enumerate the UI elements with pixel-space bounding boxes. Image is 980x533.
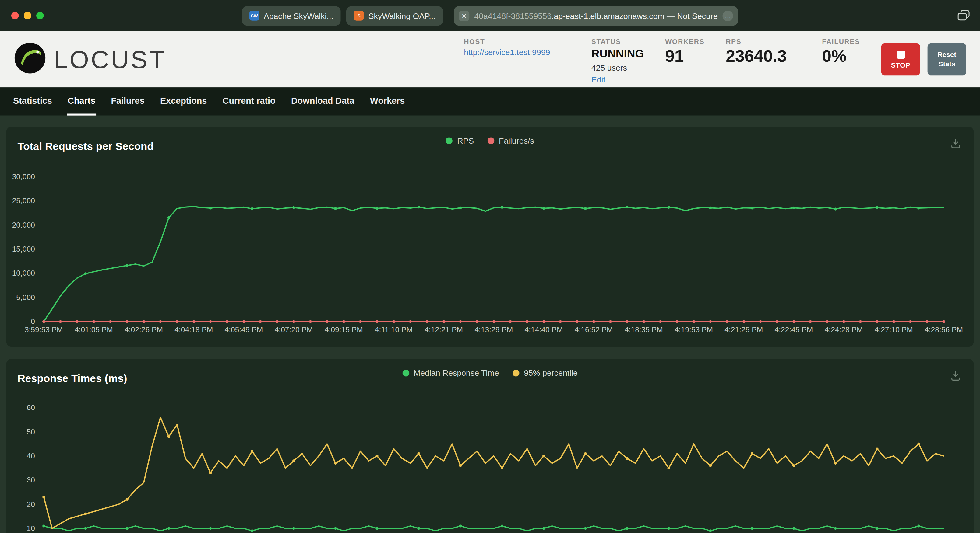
header-stats: HOST http://service1.test:9999 STATUS RU… — [464, 35, 860, 84]
close-window-button[interactable] — [11, 12, 19, 19]
svg-text:10: 10 — [27, 524, 35, 532]
svg-text:3:59:53 PM: 3:59:53 PM — [25, 325, 63, 334]
svg-text:4:28:56 PM: 4:28:56 PM — [924, 325, 963, 334]
locust-logo-icon — [14, 42, 46, 77]
tab-label: Apache SkyWalki... — [264, 11, 334, 21]
legend-rps[interactable]: RPS — [446, 136, 474, 146]
oap-favicon-icon: S — [354, 11, 364, 21]
svg-text:4:05:49 PM: 4:05:49 PM — [224, 325, 263, 334]
svg-text:15,000: 15,000 — [12, 245, 35, 253]
url-tail: .ap-east-1.elb.amazonaws.com — Not Secur… — [552, 11, 718, 21]
stop-button-label: STOP — [891, 61, 910, 68]
main-nav: Statistics Charts Failures Exceptions Cu… — [0, 87, 980, 115]
legend-label: Median Response Time — [414, 368, 499, 378]
nav-current-ratio[interactable]: Current ratio — [222, 87, 276, 115]
svg-text:0: 0 — [31, 317, 35, 325]
download-chart-icon[interactable] — [950, 138, 961, 152]
status-users: 425 users — [592, 63, 644, 72]
workers-label: WORKERS — [665, 37, 705, 45]
window-controls — [11, 12, 44, 19]
browser-window: SW Apache SkyWalki... S SkyWalking OAP..… — [0, 0, 980, 533]
svg-text:4:27:10 PM: 4:27:10 PM — [875, 325, 913, 334]
nav-charts[interactable]: Charts — [67, 87, 96, 115]
response-times-chart-panel: Response Times (ms) Median Response Time… — [6, 359, 974, 533]
legend-label: 95% percentile — [524, 368, 578, 378]
browser-tab-skywalking-oap[interactable]: S SkyWalking OAP... — [347, 6, 443, 25]
legend-failures[interactable]: Failures/s — [488, 136, 534, 146]
skywalking-favicon-icon: SW — [250, 11, 259, 21]
svg-text:4:09:15 PM: 4:09:15 PM — [325, 325, 363, 334]
svg-text:4:24:28 PM: 4:24:28 PM — [825, 325, 863, 334]
svg-text:4:21:25 PM: 4:21:25 PM — [724, 325, 763, 334]
svg-text:4:02:26 PM: 4:02:26 PM — [124, 325, 163, 334]
close-tab-icon[interactable]: ✕ — [459, 10, 469, 21]
legend-dot-icon — [488, 138, 495, 144]
nav-workers[interactable]: Workers — [369, 87, 406, 115]
svg-text:4:18:35 PM: 4:18:35 PM — [625, 325, 663, 334]
svg-text:5,000: 5,000 — [16, 293, 35, 301]
svg-text:4:11:10 PM: 4:11:10 PM — [375, 325, 413, 334]
download-chart-icon[interactable] — [950, 370, 961, 384]
minimize-window-button[interactable] — [24, 12, 31, 19]
stat-status: STATUS RUNNING 425 users Edit — [592, 37, 644, 84]
svg-text:4:16:52 PM: 4:16:52 PM — [575, 325, 613, 334]
svg-text:50: 50 — [27, 428, 35, 436]
svg-text:30: 30 — [27, 476, 35, 484]
browser-chrome: SW Apache SkyWalki... S SkyWalking OAP..… — [0, 0, 980, 31]
workers-value: 91 — [665, 47, 705, 65]
svg-text:4:13:29 PM: 4:13:29 PM — [474, 325, 513, 334]
browser-tab-skywalking[interactable]: SW Apache SkyWalki... — [242, 6, 341, 25]
app-header: LOCUST HOST http://service1.test:9999 ST… — [0, 31, 980, 87]
chart-legend: RPS Failures/s — [6, 136, 974, 146]
response-times-chart[interactable]: 1020304050603:59:53 PM4:01:05 PM4:02:26 … — [6, 359, 974, 533]
tab-label: SkyWalking OAP... — [369, 11, 436, 21]
legend-median[interactable]: Median Response Time — [402, 368, 499, 378]
svg-text:4:19:53 PM: 4:19:53 PM — [675, 325, 713, 334]
svg-text:60: 60 — [27, 403, 35, 412]
nav-statistics[interactable]: Statistics — [13, 87, 52, 115]
status-label: STATUS — [592, 37, 644, 45]
tab-overview-icon[interactable] — [958, 10, 970, 24]
more-options-icon[interactable]: … — [723, 10, 733, 21]
url-text: 40a4148f-381559556.ap-east-1.elb.amazona… — [474, 11, 718, 21]
nav-exceptions[interactable]: Exceptions — [159, 87, 207, 115]
svg-text:4:04:18 PM: 4:04:18 PM — [175, 325, 213, 334]
svg-text:20,000: 20,000 — [12, 221, 35, 229]
stat-workers: WORKERS 91 — [665, 37, 705, 65]
legend-percentile[interactable]: 95% percentile — [512, 368, 578, 378]
failures-value: 0% — [822, 47, 860, 65]
stat-failures: FAILURES 0% — [822, 37, 860, 65]
svg-text:4:14:40 PM: 4:14:40 PM — [525, 325, 563, 334]
edit-link[interactable]: Edit — [592, 75, 644, 84]
nav-download-data[interactable]: Download Data — [291, 87, 355, 115]
host-link[interactable]: http://service1.test:9999 — [464, 47, 570, 57]
status-value: RUNNING — [592, 47, 644, 60]
url-head: 40a4148f-381559556 — [474, 11, 552, 21]
stop-button[interactable]: STOP — [881, 43, 920, 76]
brand: LOCUST — [14, 42, 166, 77]
host-label: HOST — [464, 37, 570, 45]
nav-failures[interactable]: Failures — [110, 87, 145, 115]
rps-label: RPS — [726, 37, 801, 45]
legend-dot-icon — [512, 370, 520, 377]
svg-text:4:01:05 PM: 4:01:05 PM — [75, 325, 113, 334]
zoom-window-button[interactable] — [36, 12, 44, 19]
header-buttons: STOP Reset Stats — [881, 43, 966, 76]
stop-icon — [897, 50, 905, 59]
logo-wordmark: LOCUST — [54, 45, 166, 73]
reset-stats-button[interactable]: Reset Stats — [928, 43, 966, 76]
rps-value: 23640.3 — [726, 47, 801, 65]
legend-dot-icon — [402, 370, 409, 377]
chart-legend: Median Response Time 95% percentile — [6, 368, 974, 378]
legend-dot-icon — [446, 138, 453, 144]
svg-text:20: 20 — [27, 500, 35, 508]
svg-text:10,000: 10,000 — [12, 269, 35, 278]
svg-text:4:22:45 PM: 4:22:45 PM — [775, 325, 813, 334]
svg-text:4:07:20 PM: 4:07:20 PM — [275, 325, 313, 334]
charts-page: Total Requests per Second RPS Failures/s… — [0, 116, 980, 533]
failures-label: FAILURES — [822, 37, 860, 45]
address-bar[interactable]: ✕ 40a4148f-381559556.ap-east-1.elb.amazo… — [454, 6, 738, 25]
tab-strip: SW Apache SkyWalki... S SkyWalking OAP..… — [242, 6, 738, 25]
svg-text:40: 40 — [27, 452, 35, 460]
rps-chart[interactable]: 05,00010,00015,00020,00025,00030,0003:59… — [6, 127, 974, 346]
